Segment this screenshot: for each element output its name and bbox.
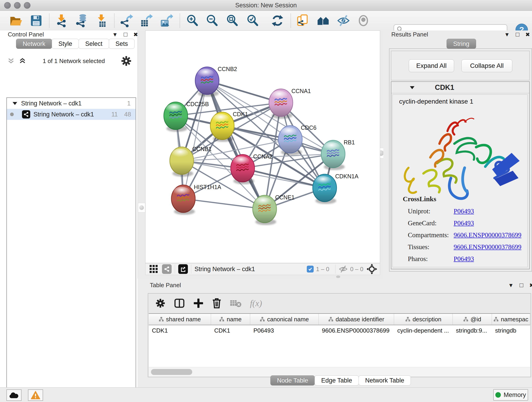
tab-sets[interactable]: Sets bbox=[109, 39, 134, 49]
zoom-fit-button[interactable] bbox=[225, 13, 240, 28]
network-edge-HIST1H1A-CCNE1[interactable] bbox=[183, 199, 265, 209]
export-table-button[interactable] bbox=[139, 13, 153, 28]
panel-collapse-icon[interactable]: ▼ bbox=[508, 283, 514, 288]
network-node-CCNB2[interactable] bbox=[195, 67, 219, 97]
left-splitter[interactable] bbox=[138, 31, 145, 279]
panel-collapse-icon[interactable]: ▼ bbox=[112, 32, 118, 37]
network-node-CCNE1[interactable] bbox=[253, 195, 277, 225]
column-header-name[interactable]: name bbox=[211, 314, 250, 325]
zoom-selected-button[interactable] bbox=[245, 13, 260, 28]
expand-all-icon[interactable] bbox=[18, 57, 27, 65]
network-node-CCNA2[interactable] bbox=[231, 154, 254, 184]
hide-selected-button[interactable] bbox=[336, 13, 351, 28]
delete-column-icon[interactable] bbox=[212, 298, 222, 308]
share-session-button[interactable] bbox=[296, 13, 310, 28]
network-row-selected[interactable]: String Network – cdk1 11 48 bbox=[7, 109, 136, 120]
show-columns-icon[interactable] bbox=[174, 298, 185, 309]
network-node-CCNB1[interactable] bbox=[170, 147, 194, 177]
tab-style[interactable]: Style bbox=[52, 39, 79, 49]
crosslink-link[interactable]: P06493 bbox=[454, 219, 474, 227]
tab-edge-table[interactable]: Edge Table bbox=[315, 375, 359, 385]
node-result-header[interactable]: CDK1 bbox=[391, 82, 529, 93]
open-in-new-icon[interactable] bbox=[178, 264, 188, 274]
crosslink-row: Tissues:9606.ENSP00000378699 bbox=[408, 241, 522, 253]
column-header-canonical-name[interactable]: canonical name bbox=[250, 314, 319, 325]
hidden-eye-icon[interactable] bbox=[339, 265, 348, 273]
cloud-button[interactable] bbox=[6, 389, 22, 401]
save-session-button[interactable] bbox=[29, 13, 44, 28]
column-header-database-identifier[interactable]: database identifier bbox=[319, 314, 394, 325]
birdseye-grid-icon[interactable] bbox=[149, 264, 158, 274]
import-network-database-button[interactable] bbox=[74, 13, 89, 28]
table-cell[interactable]: stringdb bbox=[492, 325, 530, 336]
column-header-description[interactable]: description bbox=[394, 314, 453, 325]
panel-close-icon[interactable]: ✖ bbox=[525, 32, 530, 37]
scrollbar-thumb[interactable] bbox=[151, 369, 192, 375]
memory-button[interactable]: Memory bbox=[493, 389, 528, 401]
column-header-namespac[interactable]: namespac bbox=[492, 314, 530, 325]
column-header-shared-name[interactable]: shared name bbox=[149, 314, 211, 325]
show-all-button[interactable] bbox=[356, 13, 371, 28]
left-splitter-handle[interactable] bbox=[138, 203, 145, 212]
collapse-all-icon[interactable] bbox=[7, 57, 15, 65]
network-node-RB1[interactable] bbox=[321, 140, 345, 170]
add-column-icon[interactable] bbox=[193, 298, 204, 308]
crosslink-link[interactable]: P06493 bbox=[454, 207, 474, 215]
crosslink-link[interactable]: 9606.ENSP00000378699 bbox=[454, 243, 521, 251]
import-network-file-button[interactable] bbox=[55, 13, 69, 28]
import-table-button[interactable] bbox=[94, 13, 109, 28]
network-node-CDC25B[interactable] bbox=[164, 102, 188, 132]
panel-close-icon[interactable]: ✖ bbox=[529, 283, 532, 288]
tree-expander-icon[interactable] bbox=[12, 100, 18, 106]
tab-network[interactable]: Network bbox=[16, 39, 52, 49]
panel-close-icon[interactable]: ✖ bbox=[133, 32, 138, 37]
network-node-HIST1H1A[interactable] bbox=[171, 185, 195, 215]
collapse-arrow-icon[interactable] bbox=[409, 85, 415, 90]
network-collection-row[interactable]: String Network – cdk1 1 bbox=[7, 98, 136, 109]
warnings-button[interactable] bbox=[28, 389, 43, 401]
network-node-CDK1[interactable] bbox=[210, 112, 234, 142]
tab-node-table[interactable]: Node Table bbox=[270, 375, 315, 385]
network-node-CDC6[interactable] bbox=[278, 126, 302, 155]
string-badge-icon[interactable] bbox=[162, 264, 172, 274]
open-session-button[interactable] bbox=[8, 13, 23, 28]
refresh-button[interactable] bbox=[270, 13, 285, 28]
selected-checkbox-icon[interactable] bbox=[307, 266, 314, 273]
crosslink-link[interactable]: 9606.ENSP00000378699 bbox=[454, 231, 521, 239]
table-row[interactable]: CDK1CDK1P064939606.ENSP00000378699cyclin… bbox=[149, 325, 530, 336]
table-cell[interactable]: P06493 bbox=[250, 325, 319, 336]
table-cell[interactable]: 9606.ENSP00000378699 bbox=[319, 325, 394, 336]
export-network-button[interactable] bbox=[119, 13, 133, 28]
network-edge-CCNB2-HIST1H1A[interactable] bbox=[183, 81, 207, 199]
home-button[interactable] bbox=[316, 13, 331, 28]
pan-crosshair-icon[interactable] bbox=[367, 264, 377, 274]
table-cell[interactable]: cyclin-dependent ... bbox=[394, 325, 453, 336]
table-cell[interactable]: stringdb:9... bbox=[453, 325, 492, 336]
string-network-graph[interactable]: CCNB2CCNA1CDC25BCDK1CDC6RB1CCNB1CCNA2CDK… bbox=[146, 31, 380, 263]
panel-float-icon[interactable]: □ bbox=[124, 32, 127, 38]
export-image-button[interactable] bbox=[159, 13, 174, 28]
shared-column-icon bbox=[405, 317, 410, 322]
network-node-CDKN1A[interactable] bbox=[313, 174, 336, 204]
network-options-gear-icon[interactable] bbox=[121, 56, 132, 66]
panel-float-icon[interactable]: □ bbox=[520, 282, 523, 288]
zoom-in-button[interactable] bbox=[185, 13, 200, 28]
panel-float-icon[interactable]: □ bbox=[516, 32, 519, 38]
crosslink-link[interactable]: P06493 bbox=[454, 255, 474, 263]
expand-all-button[interactable]: Expand All bbox=[409, 59, 454, 72]
table-cell[interactable]: CDK1 bbox=[211, 325, 250, 336]
collapse-all-button[interactable]: Collapse All bbox=[462, 59, 512, 72]
network-canvas[interactable]: CCNB2CCNA1CDC25BCDK1CDC6RB1CCNB1CCNA2CDK… bbox=[145, 31, 380, 263]
column-header-@id[interactable]: @id bbox=[453, 314, 492, 325]
panel-collapse-icon[interactable]: ▼ bbox=[504, 32, 510, 37]
table-cell[interactable]: CDK1 bbox=[149, 325, 211, 336]
titlebar: Session: New Session bbox=[0, 0, 532, 11]
tab-select[interactable]: Select bbox=[79, 39, 109, 49]
table-hscrollbar[interactable] bbox=[149, 367, 530, 376]
tab-string[interactable]: String bbox=[447, 39, 476, 49]
network-node-CCNA1[interactable] bbox=[269, 89, 293, 119]
bottom-splitter-handle[interactable] bbox=[336, 275, 340, 278]
tab-network-table[interactable]: Network Table bbox=[359, 375, 411, 385]
table-options-gear-icon[interactable] bbox=[155, 298, 166, 308]
zoom-out-button[interactable] bbox=[205, 13, 220, 28]
